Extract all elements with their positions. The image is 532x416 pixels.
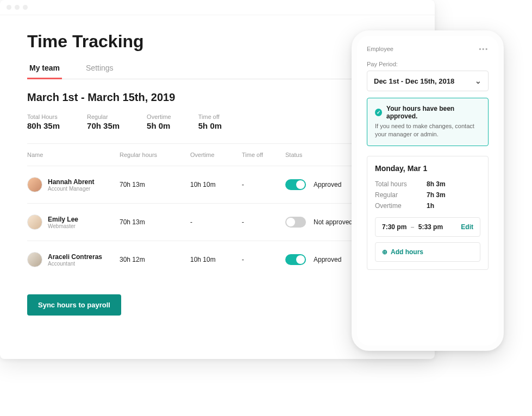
summary-value: 80h 35m: [27, 121, 60, 130]
pay-period-select[interactable]: Dec 1st - Dec 15th, 2018 ⌄: [367, 71, 489, 91]
stat-value: 1h: [427, 202, 434, 210]
team-table: Name Regular hours Overtime Time off Sta…: [27, 143, 408, 278]
table-row: Hannah Abrent Account Manager 70h 13m 10…: [27, 166, 408, 203]
window-control-dot[interactable]: [23, 5, 28, 10]
person-cell: Araceli Contreras Accountant: [27, 252, 120, 267]
entry-start: 7:30 pm: [382, 223, 406, 231]
mobile-header: Employee •••: [367, 46, 489, 52]
window-control-dot[interactable]: [15, 5, 20, 10]
timeoff-cell: -: [242, 256, 285, 263]
status-toggle[interactable]: [285, 179, 306, 190]
person-cell: Hannah Abrent Account Manager: [27, 177, 120, 192]
status-toggle[interactable]: [285, 254, 306, 265]
col-overtime: Overtime: [190, 152, 242, 158]
employee-role: Account Manager: [48, 186, 95, 192]
role-label: Employee: [367, 46, 393, 52]
more-icon[interactable]: •••: [479, 46, 489, 52]
regular-hours-cell: 70h 13m: [120, 181, 190, 188]
tab-my-team[interactable]: My team: [27, 59, 62, 79]
summary-timeoff: Time off 5h 0m: [198, 114, 222, 130]
col-timeoff: Time off: [242, 152, 285, 158]
add-hours-label: Add hours: [391, 248, 423, 256]
summary-label: Overtime: [147, 114, 171, 120]
window-titlebar: [0, 0, 435, 15]
summary-total: Total Hours 80h 35m: [27, 114, 60, 130]
stat-overtime: Overtime 1h: [375, 202, 480, 210]
overtime-cell: 10h 10m: [190, 256, 242, 263]
table-row: Emily Lee Webmaster 70h 13m - - Not appr…: [27, 203, 408, 241]
summary-regular: Regular 70h 35m: [87, 114, 120, 130]
date-range: March 1st - March 15th, 2019: [27, 91, 408, 104]
summary-label: Regular: [87, 114, 120, 120]
pay-period-value: Dec 1st - Dec 15th, 2018: [374, 77, 454, 85]
status-text: Approved: [314, 256, 341, 263]
tabs: My team Settings: [27, 59, 408, 79]
approval-title: Your hours have been approved.: [386, 105, 480, 120]
summary-value: 5h 0m: [198, 121, 222, 130]
overtime-cell: -: [190, 218, 242, 226]
stat-label: Regular: [375, 191, 427, 199]
page-title: Time Tracking: [27, 31, 408, 52]
stat-regular: Regular 7h 3m: [375, 191, 480, 199]
overtime-cell: 10h 10m: [190, 181, 242, 188]
day-title: Monday, Mar 1: [375, 164, 480, 173]
stat-value: 8h 3m: [427, 180, 446, 188]
status-text: Approved: [314, 181, 341, 188]
employee-name: Emily Lee: [48, 216, 78, 223]
summary-overtime: Overtime 5h 0m: [147, 114, 171, 130]
approval-subtext: If you need to make changes, contact you…: [375, 122, 480, 139]
avatar: [27, 177, 42, 192]
col-regular: Regular hours: [120, 152, 190, 158]
employee-name: Araceli Contreras: [48, 253, 102, 261]
person-cell: Emily Lee Webmaster: [27, 215, 120, 230]
entry-end: 5:33 pm: [418, 223, 443, 231]
chevron-down-icon: ⌄: [475, 77, 481, 85]
table-header: Name Regular hours Overtime Time off Sta…: [27, 144, 408, 166]
summary-value: 70h 35m: [87, 121, 120, 130]
stat-total: Total hours 8h 3m: [375, 180, 480, 188]
summary-label: Total Hours: [27, 114, 60, 120]
timeoff-cell: -: [242, 181, 285, 188]
add-hours-button[interactable]: ⊕ Add hours: [375, 242, 480, 262]
avatar: [27, 252, 42, 267]
employee-name: Hannah Abrent: [48, 178, 95, 186]
day-card: Monday, Mar 1 Total hours 8h 3m Regular …: [367, 156, 489, 270]
sync-hours-button[interactable]: Sync hours to payroll: [27, 294, 121, 316]
mobile-device: Employee ••• Pay Period: Dec 1st - Dec 1…: [352, 30, 504, 351]
table-row: Araceli Contreras Accountant 30h 12m 10h…: [27, 241, 408, 278]
timeoff-cell: -: [242, 218, 285, 226]
entry-separator: –: [411, 223, 415, 231]
status-text: Not approved: [314, 218, 353, 226]
pay-period-label: Pay Period:: [367, 61, 489, 67]
regular-hours-cell: 30h 12m: [120, 256, 190, 263]
summary: Total Hours 80h 35m Regular 70h 35m Over…: [27, 114, 408, 130]
employee-role: Accountant: [48, 261, 102, 267]
check-icon: ✓: [375, 109, 382, 116]
window-control-dot[interactable]: [7, 5, 11, 10]
approval-notice: ✓ Your hours have been approved. If you …: [367, 98, 489, 146]
stat-label: Total hours: [375, 180, 427, 188]
tab-settings[interactable]: Settings: [84, 59, 116, 79]
stat-label: Overtime: [375, 202, 427, 210]
col-name: Name: [27, 152, 120, 158]
status-toggle[interactable]: [285, 217, 306, 228]
edit-link[interactable]: Edit: [461, 223, 473, 231]
plus-icon: ⊕: [382, 248, 387, 256]
employee-role: Webmaster: [48, 223, 78, 229]
summary-value: 5h 0m: [147, 121, 171, 130]
time-entry: 7:30 pm – 5:33 pm Edit: [375, 217, 480, 237]
stat-value: 7h 3m: [427, 191, 446, 199]
regular-hours-cell: 70h 13m: [120, 218, 190, 226]
summary-label: Time off: [198, 114, 222, 120]
avatar: [27, 215, 42, 230]
